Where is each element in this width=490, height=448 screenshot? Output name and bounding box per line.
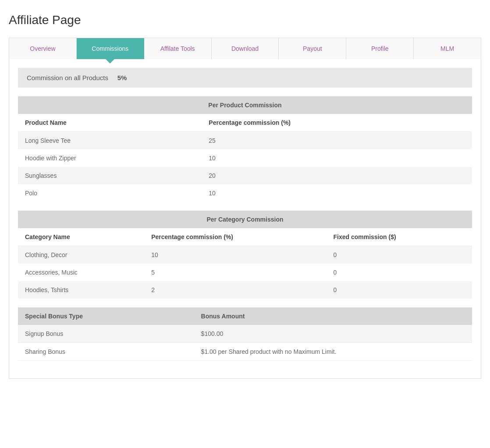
- list-item: Sharing Bonus $1.00 per Shared product w…: [18, 343, 472, 361]
- category-percentage: 2: [144, 281, 326, 299]
- product-percentage: 25: [202, 132, 472, 150]
- commission-banner-value: 5%: [117, 74, 127, 81]
- table-row: Sunglasses 20: [18, 167, 472, 184]
- table-row: Polo 10: [18, 184, 472, 202]
- table-row: Clothing, Decor 10 0: [18, 246, 472, 264]
- category-name: Accessories, Music: [18, 264, 144, 281]
- product-name: Sunglasses: [18, 167, 202, 184]
- per-product-tbody: Long Sleeve Tee 25 Hoodie with Zipper 10…: [18, 132, 472, 202]
- category-fixed: 0: [326, 264, 472, 281]
- tab-commissions[interactable]: Commissions: [77, 38, 144, 59]
- category-name: Clothing, Decor: [18, 246, 144, 264]
- category-pct-col-header: Percentage commission (%): [144, 228, 326, 246]
- category-percentage: 5: [144, 264, 326, 281]
- per-product-table: Product Name Percentage commission (%) L…: [18, 114, 472, 202]
- per-category-header-row: Category Name Percentage commission (%) …: [18, 228, 472, 246]
- bonus-section: Special Bonus Type Bonus Amount Signup B…: [18, 307, 472, 361]
- bonus-amount: $100.00: [201, 330, 465, 337]
- product-percentage: 20: [202, 167, 472, 184]
- product-name: Hoodie with Zipper: [18, 149, 202, 167]
- product-percentage: 10: [202, 184, 472, 202]
- product-name-col-header: Product Name: [18, 114, 202, 132]
- category-percentage: 10: [144, 246, 326, 264]
- product-pct-col-header: Percentage commission (%): [202, 114, 472, 132]
- product-name: Long Sleeve Tee: [18, 132, 202, 150]
- bonus-amount: $1.00 per Shared product with no Maximum…: [201, 348, 465, 355]
- per-product-header-row: Product Name Percentage commission (%): [18, 114, 472, 132]
- per-category-section: Per Category Commission Category Name Pe…: [18, 211, 472, 299]
- product-percentage: 10: [202, 149, 472, 167]
- tab-affiliate-tools[interactable]: Affilate Tools: [144, 38, 212, 59]
- bonus-header: Special Bonus Type Bonus Amount: [18, 307, 472, 325]
- tabs-container: Overview Commissions Affilate Tools Down…: [9, 38, 481, 59]
- bonus-type-col-header: Special Bonus Type: [25, 313, 201, 320]
- per-product-header: Per Product Commission: [18, 96, 472, 114]
- table-row: Hoodies, Tshirts 2 0: [18, 281, 472, 299]
- tab-payout[interactable]: Payout: [279, 38, 346, 59]
- category-fixed-col-header: Fixed commission ($): [326, 228, 472, 246]
- commission-banner: Commission on all Products 5%: [18, 68, 472, 88]
- category-name-col-header: Category Name: [18, 228, 144, 246]
- tab-download[interactable]: Download: [212, 38, 279, 59]
- bonus-type: Sharing Bonus: [25, 348, 201, 355]
- product-name: Polo: [18, 184, 202, 202]
- per-category-table: Category Name Percentage commission (%) …: [18, 228, 472, 299]
- category-name: Hoodies, Tshirts: [18, 281, 144, 299]
- per-category-tbody: Clothing, Decor 10 0 Accessories, Music …: [18, 246, 472, 299]
- tab-mlm[interactable]: MLM: [414, 38, 481, 59]
- category-fixed: 0: [326, 246, 472, 264]
- tab-profile[interactable]: Profile: [346, 38, 414, 59]
- per-category-header: Per Category Commission: [18, 211, 472, 228]
- bonus-type: Signup Bonus: [25, 330, 201, 337]
- bonus-rows: Signup Bonus $100.00 Sharing Bonus $1.00…: [18, 325, 472, 361]
- per-product-section: Per Product Commission Product Name Perc…: [18, 96, 472, 202]
- page-wrapper: Affiliate Page Overview Commissions Affi…: [0, 0, 490, 392]
- list-item: Signup Bonus $100.00: [18, 325, 472, 343]
- bonus-amount-col-header: Bonus Amount: [201, 313, 465, 320]
- page-title: Affiliate Page: [9, 13, 481, 27]
- commission-banner-label: Commission on all Products: [27, 74, 108, 81]
- category-fixed: 0: [326, 281, 472, 299]
- table-row: Hoodie with Zipper 10: [18, 149, 472, 167]
- table-row: Accessories, Music 5 0: [18, 264, 472, 281]
- tab-overview[interactable]: Overview: [9, 38, 77, 59]
- content-area: Commission on all Products 5% Per Produc…: [9, 59, 481, 379]
- table-row: Long Sleeve Tee 25: [18, 132, 472, 150]
